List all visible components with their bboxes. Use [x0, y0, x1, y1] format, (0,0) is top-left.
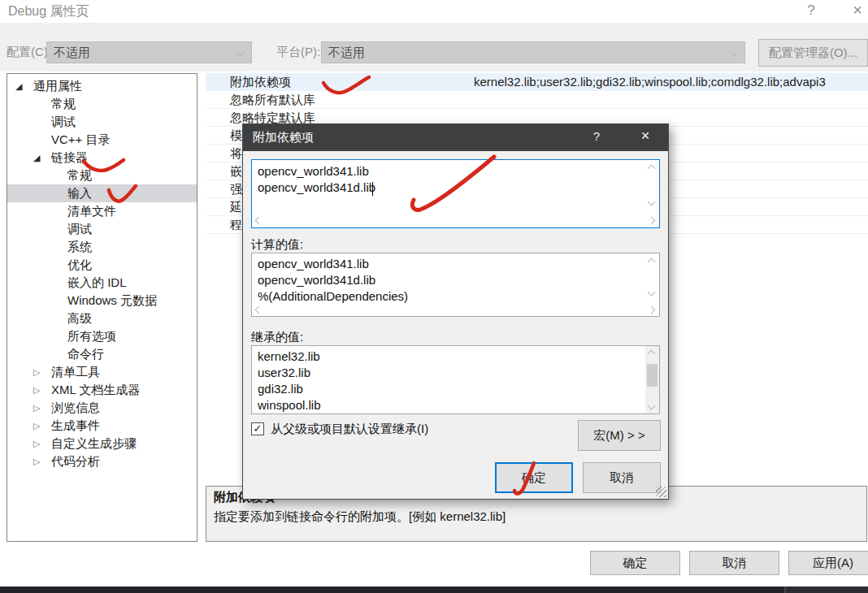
tree-item-label: 调试: [67, 220, 92, 238]
expand-arrow-icon[interactable]: [33, 149, 51, 167]
chevron-up-icon[interactable]: [648, 350, 656, 358]
checkbox-checked-icon[interactable]: ✓: [251, 422, 264, 435]
tree-item[interactable]: 链接器: [7, 149, 197, 167]
tree-item[interactable]: 自定义生成步骤: [7, 435, 197, 452]
configuration-label: 配置(C):: [7, 45, 51, 60]
help-icon[interactable]: ?: [584, 129, 609, 143]
tree-item[interactable]: 调试: [7, 220, 197, 238]
chevron-down-icon: [237, 49, 245, 57]
tree-item[interactable]: 代码分析: [7, 452, 197, 470]
inherited-line: kernel32.lib: [252, 348, 644, 365]
tree-item[interactable]: 生成事件: [7, 417, 197, 435]
platform-value: 不适用: [328, 45, 365, 59]
platform-dropdown[interactable]: 不适用: [321, 41, 745, 63]
inherited-line: user32.lib: [252, 365, 644, 381]
chevron-left-icon[interactable]: [255, 217, 263, 225]
collapse-arrow-icon[interactable]: [33, 435, 51, 452]
tree-item-label: 自定义生成步骤: [51, 435, 137, 452]
inherit-checkbox-label: 从父级或项目默认设置继承(I): [271, 422, 428, 437]
tree-item[interactable]: 通用属性: [7, 77, 197, 95]
ok-button[interactable]: 确定: [590, 551, 680, 575]
chevron-down-icon[interactable]: [648, 198, 656, 206]
property-row[interactable]: 忽略所有默认库: [206, 91, 868, 109]
tree-item-label: 常规: [67, 167, 92, 184]
close-icon[interactable]: ×: [847, 1, 868, 19]
chevron-left-icon[interactable]: [255, 306, 263, 314]
tree-item[interactable]: 所有选项: [7, 327, 197, 345]
tree-item-label: XML 文档生成器: [51, 381, 140, 399]
tree-item-label: 常规: [51, 95, 76, 113]
vertical-scrollbar[interactable]: [645, 346, 659, 413]
resize-grip[interactable]: [656, 487, 666, 497]
tree-item-label: 所有选项: [67, 327, 116, 345]
property-tree: 通用属性常规调试VC++ 目录链接器常规输入清单文件调试系统优化嵌入的 IDLW…: [7, 73, 197, 542]
configuration-toolbar: 配置(C): 不适用 平台(P): 不适用 配置管理器(O)...: [0, 23, 868, 71]
help-icon[interactable]: ?: [801, 2, 821, 19]
collapse-arrow-icon[interactable]: [33, 381, 51, 399]
property-value: [474, 91, 868, 108]
dialog-cancel-button[interactable]: 取消: [583, 462, 661, 493]
cancel-button[interactable]: 取消: [689, 551, 779, 575]
collapse-arrow-icon[interactable]: [33, 363, 51, 381]
text-caret: [372, 182, 373, 196]
tree-item-label: 代码分析: [51, 452, 100, 470]
property-row[interactable]: 附加依赖项kernel32.lib;user32.lib;gdi32.lib;w…: [206, 73, 868, 91]
chevron-down-icon[interactable]: [648, 288, 656, 296]
dependencies-textarea[interactable]: opencv_world341.libopencv_world341d.lib: [251, 159, 660, 228]
tree-item[interactable]: 调试: [7, 113, 197, 131]
tree-item-label: 清单文件: [67, 202, 116, 220]
collapse-arrow-icon[interactable]: [33, 399, 51, 417]
scrollbar-thumb[interactable]: [647, 364, 658, 387]
tree-item[interactable]: 嵌入的 IDL: [7, 274, 197, 292]
collapse-arrow-icon[interactable]: [33, 417, 51, 435]
computed-value-label: 计算的值:: [251, 237, 303, 253]
tree-item[interactable]: VC++ 目录: [7, 131, 197, 149]
computed-line: opencv_world341d.lib: [252, 272, 643, 288]
configuration-dropdown[interactable]: 不适用: [46, 41, 252, 63]
tree-item-label: 调试: [51, 113, 76, 131]
inherited-value-box[interactable]: kernel32.libuser32.libgdi32.libwinspool.…: [251, 345, 660, 414]
tree-item-label: 浏览信息: [51, 399, 100, 417]
expand-arrow-icon[interactable]: [15, 77, 33, 95]
tree-item[interactable]: XML 文档生成器: [7, 381, 197, 399]
tree-item[interactable]: 浏览信息: [7, 399, 197, 417]
close-icon[interactable]: ×: [631, 128, 659, 145]
dialog-ok-button[interactable]: 确定: [495, 462, 573, 493]
tree-item[interactable]: 常规: [7, 95, 197, 113]
tree-item-label: VC++ 目录: [51, 131, 111, 149]
property-name: 忽略所有默认库: [206, 91, 474, 108]
tree-item[interactable]: 常规: [7, 167, 197, 184]
chevron-down-icon[interactable]: [648, 402, 656, 410]
configuration-manager-button[interactable]: 配置管理器(O)...: [758, 39, 868, 67]
inherited-line: gdi32.lib: [252, 381, 644, 397]
collapse-arrow-icon[interactable]: [33, 452, 51, 470]
tree-item-label: 优化: [67, 256, 92, 274]
edit-line: opencv_world341d.lib: [252, 180, 643, 196]
tree-item-label: 系统: [67, 238, 92, 256]
apply-button[interactable]: 应用(A): [788, 551, 868, 575]
macros-button[interactable]: 宏(M) > >: [578, 420, 661, 451]
tree-item[interactable]: 清单工具: [7, 363, 197, 381]
tree-item[interactable]: Windows 元数据: [7, 292, 197, 309]
chevron-right-icon[interactable]: [648, 217, 656, 225]
tree-item-label: 通用属性: [33, 77, 82, 95]
tree-item[interactable]: 命令行: [7, 345, 197, 363]
computed-value-box[interactable]: opencv_world341.libopencv_world341d.lib%…: [251, 253, 660, 317]
dialog-titlebar[interactable]: 附加依赖项 ? ×: [243, 124, 668, 151]
platform-label: 平台(P):: [276, 45, 320, 60]
tree-item[interactable]: 系统: [7, 238, 197, 256]
window-titlebar: Debug 属性页 ? ×: [0, 0, 868, 23]
computed-value-text: opencv_world341.libopencv_world341d.lib%…: [252, 256, 643, 305]
computed-line: %(AdditionalDependencies): [252, 288, 643, 305]
chevron-up-icon[interactable]: [648, 258, 656, 266]
taskbar-segment: [786, 587, 868, 593]
tree-item[interactable]: 清单文件: [7, 202, 197, 220]
property-name: 附加依赖项: [206, 73, 474, 90]
chevron-up-icon[interactable]: [648, 165, 656, 173]
chevron-right-icon[interactable]: [648, 306, 656, 314]
taskbar-strip: [0, 587, 868, 593]
tree-item[interactable]: 输入: [7, 184, 197, 202]
tree-item[interactable]: 高级: [7, 309, 197, 327]
tree-item[interactable]: 优化: [7, 256, 197, 274]
configuration-value: 不适用: [54, 45, 90, 59]
